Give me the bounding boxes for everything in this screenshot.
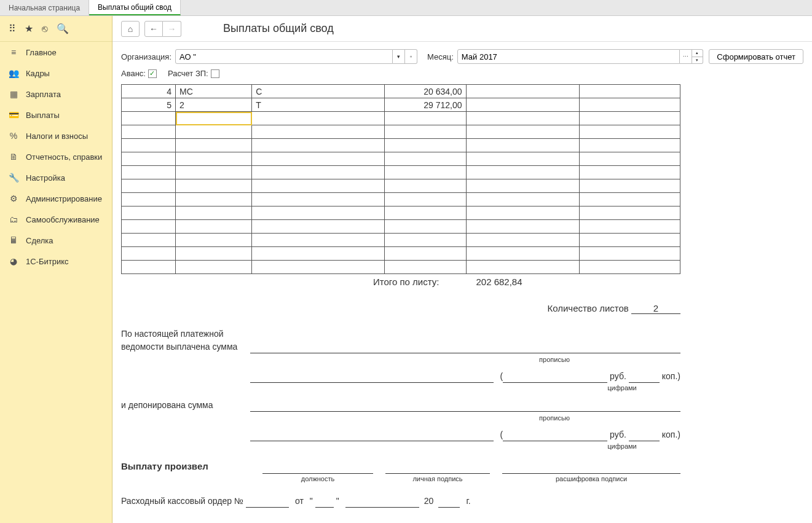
menu-icon: ≡ (9, 47, 18, 57)
table-row[interactable] (122, 125, 680, 139)
wrench-icon: 🔧 (9, 173, 18, 183)
advance-checkbox[interactable]: ✓ (148, 69, 157, 78)
cell-num[interactable]: 5 (122, 98, 176, 112)
spinner-down-icon[interactable]: ▾ (692, 57, 703, 64)
nav-selfservice[interactable]: 🗂Самообслуживание (0, 209, 112, 230)
nav-reports[interactable]: 🗎Отчетность, справки (0, 146, 112, 167)
cell-empty[interactable] (466, 85, 579, 98)
generate-report-button[interactable]: Сформировать отчет (709, 49, 803, 64)
forward-button[interactable]: → (163, 21, 181, 37)
nav-label: Настройка (26, 173, 65, 183)
org-input[interactable] (175, 49, 393, 64)
table-row[interactable] (122, 234, 680, 247)
month-input[interactable] (457, 49, 680, 64)
org-open-button[interactable]: ▫ (405, 49, 417, 64)
nav-label: Кадры (26, 69, 50, 78)
calc-label: Расчет ЗП: (168, 69, 208, 78)
nav-deal[interactable]: 🖩Сделка (0, 230, 112, 251)
page-title: Выплаты общий свод (223, 22, 334, 35)
day-line (315, 497, 334, 508)
nav-payments[interactable]: 💳Выплаты (0, 104, 112, 125)
table-row[interactable]: 4 МС С 20 634,00 (122, 85, 680, 98)
percent-icon: % (9, 131, 18, 141)
cifr-label: цифрами (564, 383, 680, 393)
nav-label: Налоги и взносы (26, 132, 88, 141)
sidebar-toolbar: ⠿ ★ ⎋ 🔍 (0, 16, 112, 42)
year-line (438, 497, 460, 508)
content-area: ⌂ ← → Выплаты общий свод Организация: ▾ … (112, 16, 812, 523)
cell-empty[interactable] (466, 98, 579, 112)
tab-home[interactable]: Начальная страница (0, 0, 89, 15)
nav-settings[interactable]: 🔧Настройка (0, 167, 112, 188)
table-row[interactable]: 5 2 Т 29 712,00 (122, 98, 680, 112)
dolzh-label: должность (262, 474, 373, 484)
clock-icon: ◕ (9, 256, 18, 266)
tab-payments-summary[interactable]: Выплаты общий свод (89, 0, 181, 15)
table-row[interactable] (122, 220, 680, 234)
nav-taxes[interactable]: %Налоги и взносы (0, 125, 112, 146)
table-row[interactable] (122, 261, 680, 274)
sign-label: личная подпись (385, 474, 490, 484)
star-icon[interactable]: ★ (25, 23, 33, 34)
nav-label: Главное (26, 48, 57, 57)
cell-code[interactable]: МС (176, 85, 252, 98)
home-button[interactable]: ⌂ (121, 21, 140, 37)
cell-empty[interactable] (579, 98, 680, 112)
spinner-up-icon[interactable]: ▴ (692, 50, 703, 57)
table-row[interactable] (122, 152, 680, 166)
editing-cell[interactable] (176, 112, 252, 125)
doc-icon: 🗎 (9, 152, 18, 162)
g-label: г. (466, 495, 470, 508)
ot-label: от (295, 495, 304, 508)
year-prefix: 20 (424, 495, 434, 508)
depon-line (250, 430, 494, 441)
nav-admin[interactable]: ⚙Администрирование (0, 188, 112, 209)
data-table: 4 МС С 20 634,00 5 2 Т 29 712,00 (121, 84, 680, 274)
apps-icon[interactable]: ⠿ (9, 23, 16, 34)
rub-line-2 (503, 430, 607, 441)
cell-amount[interactable]: 20 634,00 (385, 85, 466, 98)
propisyu-label-2: прописью (428, 413, 680, 423)
history-icon[interactable]: ⎋ (42, 23, 48, 34)
table-row[interactable] (122, 193, 680, 206)
search-icon[interactable]: 🔍 (57, 23, 69, 34)
order-label: Расходный кассовый ордер № (121, 495, 243, 508)
table-row[interactable] (122, 206, 680, 220)
nav-personnel[interactable]: 👥Кадры (0, 63, 112, 84)
nav-bitrix[interactable]: ◕1С-Битрикс (0, 251, 112, 272)
decode-label: расшифровка подписи (502, 474, 680, 484)
report-area[interactable]: 4 МС С 20 634,00 5 2 Т 29 712,00 (112, 84, 812, 523)
signature-line (385, 463, 490, 474)
people-icon: 👥 (9, 68, 18, 78)
kop-label-2: коп.) (662, 428, 680, 441)
cell-empty[interactable] (579, 85, 680, 98)
nav-salary[interactable]: ▦Зарплата (0, 84, 112, 104)
table-row[interactable] (122, 139, 680, 152)
back-button[interactable]: ← (144, 21, 163, 37)
cell-amount[interactable]: 29 712,00 (385, 98, 466, 112)
table-row[interactable] (122, 166, 680, 179)
table-row[interactable] (122, 247, 680, 261)
sheets-label: Количество листов (547, 303, 628, 313)
rub-label-2: руб. (610, 428, 626, 441)
nav-label: Выплаты (26, 111, 60, 120)
checkbox-bar: Аванс: ✓ Расчет ЗП: (112, 69, 812, 84)
org-label: Организация: (121, 52, 171, 61)
month-picker-button[interactable]: ⋯ (680, 49, 692, 64)
amount-line (250, 372, 494, 383)
nav-main[interactable]: ≡Главное (0, 42, 112, 63)
table-row[interactable] (122, 179, 680, 193)
cell-num[interactable]: 4 (122, 85, 176, 98)
calc-checkbox[interactable] (211, 69, 219, 78)
table-row[interactable] (122, 112, 680, 125)
calc-icon: 🖩 (9, 235, 18, 245)
depon-label: и депонирована сумма (121, 399, 250, 412)
month-spinner[interactable]: ▴▾ (692, 49, 703, 64)
cell-name[interactable]: Т (252, 98, 385, 112)
cifr-label-2: цифрами (564, 441, 680, 452)
cell-code[interactable]: 2 (176, 98, 252, 112)
cell-name[interactable]: С (252, 85, 385, 98)
order-num-line (246, 497, 289, 508)
org-dropdown-button[interactable]: ▾ (393, 49, 405, 64)
nav-label: Самообслуживание (26, 215, 100, 224)
